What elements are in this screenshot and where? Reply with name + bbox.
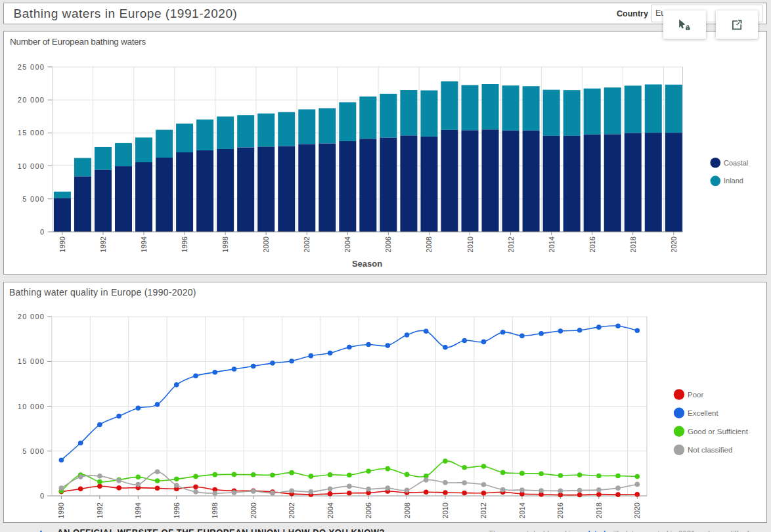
svg-text:2008: 2008 [403, 502, 411, 518]
svg-text:2010: 2010 [441, 502, 449, 518]
svg-text:2000: 2000 [250, 502, 257, 518]
svg-text:Season: Season [352, 259, 382, 269]
svg-text:15 000: 15 000 [18, 129, 45, 137]
svg-text:1992: 1992 [96, 502, 104, 518]
svg-text:2014: 2014 [518, 502, 526, 518]
svg-text:15 000: 15 000 [18, 357, 45, 365]
svg-text:1994: 1994 [140, 236, 148, 252]
svg-text:2002: 2002 [288, 502, 296, 518]
svg-text:Not classified: Not classified [688, 446, 732, 454]
svg-text:25 000: 25 000 [18, 62, 45, 70]
svg-text:2012: 2012 [507, 236, 515, 252]
svg-text:1990: 1990 [58, 236, 66, 252]
svg-text:2020: 2020 [633, 502, 641, 518]
svg-text:2004: 2004 [326, 502, 334, 518]
svg-text:0: 0 [40, 492, 45, 500]
svg-text:Poor: Poor [688, 391, 703, 399]
svg-text:2004: 2004 [343, 236, 351, 252]
svg-text:Excellent: Excellent [688, 409, 718, 417]
svg-text:2016: 2016 [588, 236, 596, 252]
svg-text:2002: 2002 [303, 236, 311, 252]
svg-text:2018: 2018 [595, 502, 603, 518]
svg-text:1998: 1998 [211, 502, 219, 518]
svg-text:Inland: Inland [724, 177, 743, 185]
svg-text:Coastal: Coastal [724, 158, 748, 166]
svg-text:1994: 1994 [134, 502, 142, 518]
svg-text:2006: 2006 [364, 502, 372, 518]
svg-text:5 000: 5 000 [22, 194, 45, 202]
svg-text:1992: 1992 [99, 236, 107, 252]
svg-text:2016: 2016 [556, 502, 564, 518]
svg-text:2020: 2020 [670, 236, 678, 252]
svg-text:20 000: 20 000 [18, 313, 45, 321]
svg-text:2006: 2006 [384, 236, 392, 252]
svg-text:2014: 2014 [548, 236, 556, 252]
svg-text:0: 0 [40, 228, 45, 236]
svg-text:1996: 1996 [173, 502, 181, 518]
svg-text:2012: 2012 [479, 502, 487, 518]
svg-text:5 000: 5 000 [22, 447, 45, 455]
svg-text:2018: 2018 [629, 236, 637, 252]
svg-text:1998: 1998 [221, 236, 229, 252]
svg-text:2010: 2010 [466, 236, 474, 252]
svg-text:2008: 2008 [425, 236, 433, 252]
svg-text:1996: 1996 [181, 236, 188, 252]
svg-text:10 000: 10 000 [18, 162, 45, 169]
svg-text:20 000: 20 000 [18, 96, 45, 104]
svg-text:1990: 1990 [57, 502, 65, 518]
svg-text:Good or Sufficient: Good or Sufficient [688, 428, 749, 435]
svg-text:10 000: 10 000 [18, 403, 45, 410]
svg-text:2000: 2000 [262, 236, 270, 252]
